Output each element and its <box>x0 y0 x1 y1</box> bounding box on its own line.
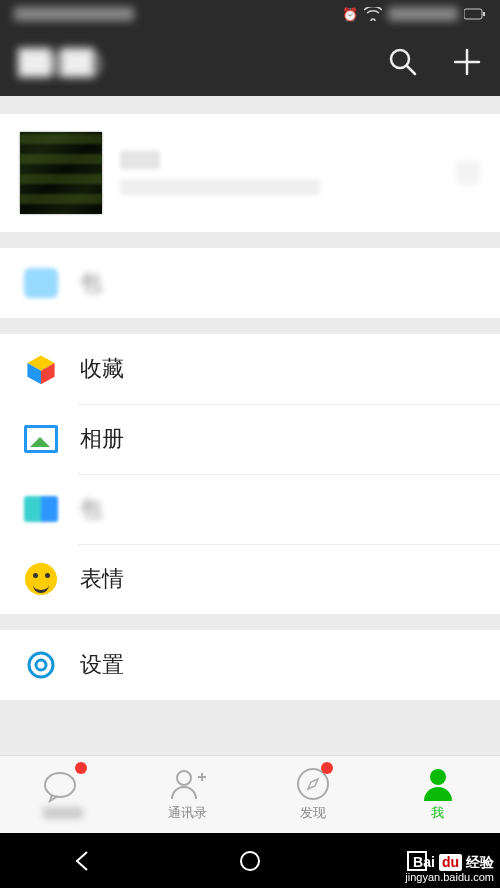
svg-point-17 <box>298 769 328 799</box>
header: ██(██) <box>0 28 500 96</box>
gear-icon <box>24 648 58 682</box>
svg-line-3 <box>407 66 415 74</box>
menu-label-settings: 设置 <box>80 650 124 680</box>
tab-label-chats <box>43 807 83 819</box>
menu-item-wallet[interactable]: 包 <box>0 248 500 318</box>
menu-item-cards[interactable]: 包 <box>0 474 500 544</box>
header-actions <box>388 47 482 77</box>
smile-icon <box>24 562 58 596</box>
cube-icon <box>24 352 58 386</box>
watermark: Baidu经验 jingyan.baidu.com <box>405 854 494 884</box>
badge-dot <box>321 762 333 774</box>
svg-rect-0 <box>464 9 482 19</box>
tab-contacts[interactable]: 通讯录 <box>125 756 250 833</box>
menu-item-album[interactable]: 相册 <box>0 404 500 474</box>
menu-label-favorites: 收藏 <box>80 354 124 384</box>
group-wallet: 包 <box>0 248 500 318</box>
svg-point-13 <box>45 773 75 797</box>
alarm-icon: ⏰ <box>342 7 358 22</box>
nav-home[interactable] <box>236 847 264 875</box>
search-icon[interactable] <box>388 47 418 77</box>
profile-id <box>120 179 320 195</box>
contacts-icon <box>170 767 206 801</box>
chevron-right-icon <box>456 161 480 185</box>
svg-point-9 <box>29 653 53 677</box>
carrier-text <box>14 7 134 21</box>
tab-me[interactable]: 我 <box>375 756 500 833</box>
wifi-icon <box>364 7 382 21</box>
watermark-logo: Baidu经验 <box>405 854 494 871</box>
badge-dot <box>75 762 87 774</box>
tab-discover[interactable]: 发现 <box>250 756 375 833</box>
watermark-mid: du <box>439 854 462 871</box>
svg-point-14 <box>177 771 191 785</box>
tab-label-contacts: 通讯录 <box>168 804 207 822</box>
time-text <box>388 7 458 21</box>
svg-marker-18 <box>308 779 318 789</box>
profile-text <box>120 151 320 195</box>
svg-point-20 <box>241 852 259 870</box>
page-title: ██(██) <box>18 48 102 76</box>
watermark-suffix: 经验 <box>466 854 494 871</box>
avatar <box>20 132 102 214</box>
status-bar: ⏰ <box>0 0 500 28</box>
tab-bar: 通讯录 发现 我 <box>0 755 500 833</box>
group-features: 收藏 相册 包 表情 <box>0 334 500 614</box>
status-left <box>14 7 134 21</box>
battery-icon <box>464 8 486 20</box>
add-icon[interactable] <box>452 47 482 77</box>
svg-point-19 <box>430 769 446 785</box>
tab-chats[interactable] <box>0 756 125 833</box>
group-settings: 设置 <box>0 630 500 700</box>
menu-label-wallet: 包 <box>80 268 102 298</box>
menu-item-stickers[interactable]: 表情 <box>0 544 500 614</box>
menu-label-stickers: 表情 <box>80 564 124 594</box>
svg-rect-1 <box>483 12 485 16</box>
wallet-icon <box>24 266 58 300</box>
card-icon <box>24 492 58 526</box>
photo-icon <box>24 422 58 456</box>
me-icon <box>423 767 453 801</box>
nav-back[interactable] <box>69 847 97 875</box>
menu-item-favorites[interactable]: 收藏 <box>0 334 500 404</box>
menu-label-cards: 包 <box>80 494 102 524</box>
watermark-url: jingyan.baidu.com <box>405 871 494 884</box>
profile-name <box>120 151 160 169</box>
menu-item-settings[interactable]: 设置 <box>0 630 500 700</box>
svg-point-10 <box>36 660 46 670</box>
profile-row[interactable] <box>0 114 500 232</box>
content: 包 收藏 相册 包 表情 设置 <box>0 114 500 700</box>
menu-label-album: 相册 <box>80 424 124 454</box>
status-right: ⏰ <box>342 7 486 22</box>
tab-label-me: 我 <box>431 804 444 822</box>
watermark-prefix: Bai <box>413 854 435 871</box>
chat-icon <box>44 770 82 804</box>
tab-label-discover: 发现 <box>300 804 326 822</box>
